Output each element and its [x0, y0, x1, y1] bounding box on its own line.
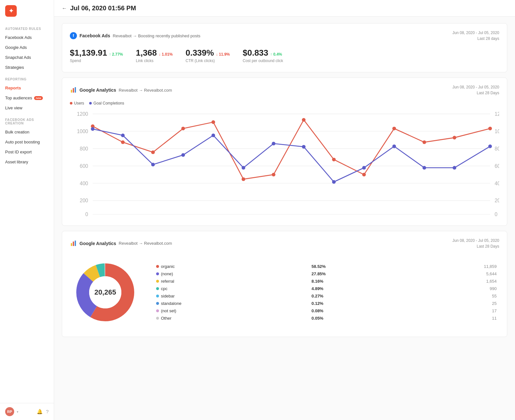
svg-rect-68 — [75, 241, 76, 246]
svg-text:0: 0 — [85, 212, 88, 217]
svg-text:800: 800 — [80, 146, 88, 151]
donut-table-row: standalone 0.12% 25 — [154, 300, 499, 307]
donut-table-row: (not set) 0.08% 17 — [154, 307, 499, 315]
svg-point-37 — [488, 127, 492, 130]
svg-text:100: 100 — [495, 129, 499, 134]
svg-point-30 — [272, 173, 275, 176]
svg-point-39 — [121, 133, 125, 137]
metrics-row: $1,139.91 ↑ 2.77% Spend 1,368 ↓ 1.01% Li… — [70, 47, 499, 66]
spend-label: Spend — [70, 59, 123, 63]
svg-text:1200: 1200 — [77, 111, 88, 117]
svg-text:Jun 13: Jun 13 — [146, 218, 160, 219]
svg-point-51 — [488, 144, 492, 148]
page-title: Jul 06, 2020 01:56 PM — [70, 5, 136, 12]
svg-point-33 — [362, 173, 366, 176]
donut-table-row: referral 8.16% 1,654 — [154, 278, 499, 285]
svg-text:Jul 3: Jul 3 — [450, 218, 459, 219]
svg-point-32 — [332, 158, 336, 161]
ga-line-card: Google Analytics Revealbot → Revealbot.c… — [62, 78, 507, 226]
svg-point-45 — [302, 145, 305, 149]
sidebar-item-google-ads[interactable]: Google Ads — [0, 42, 54, 52]
legend-users: Users — [74, 101, 84, 105]
ctr-label: CTR (Link clicks) — [185, 59, 230, 63]
donut-table-row: Other 0.05% 11 — [154, 315, 499, 322]
svg-text:Jun 23: Jun 23 — [297, 218, 311, 219]
sidebar-item-facebook-ads[interactable]: Facebook Ads — [0, 32, 54, 42]
sidebar-item-asset-library[interactable]: Asset library — [0, 157, 54, 167]
donut-section: 20,265 organic 58.52% 11,859 (none) 27.8… — [70, 254, 499, 330]
main-content: ← Jul 06, 2020 01:56 PM f Facebook Ads R… — [54, 0, 515, 420]
metric-cost-per-click: $0.833 ↑ 0.4% Cost per outbound click — [243, 48, 283, 63]
donut-total: 20,265 — [94, 288, 116, 297]
svg-point-27 — [181, 127, 185, 130]
help-icon[interactable]: ? — [46, 409, 49, 415]
svg-text:Jun 17: Jun 17 — [206, 218, 220, 219]
svg-text:0: 0 — [495, 212, 498, 217]
donut-table-row: cpc 4.89% 990 — [154, 285, 499, 292]
line-chart: 1200 1000 800 600 400 200 0 120 100 80 6… — [70, 109, 499, 219]
sidebar-item-auto-post-boosting[interactable]: Auto post boosting — [0, 137, 54, 147]
ga-icon-donut — [70, 240, 77, 247]
sidebar-item-top-audiences[interactable]: Top audiences new — [0, 93, 54, 103]
facebook-ads-card: f Facebook Ads Revealbot → Boosting rece… — [62, 23, 507, 72]
sidebar-item-live-view[interactable]: Live view — [0, 103, 54, 113]
ga-source-subtitle-line: Revealbot → Revealbot.com — [119, 88, 172, 93]
sidebar-item-snapchat-ads[interactable]: Snapchat Ads — [0, 52, 54, 62]
sidebar: ✦ Automated Rules Facebook Ads Google Ad… — [0, 0, 54, 420]
sidebar-item-reports[interactable]: Reports — [0, 83, 54, 93]
sidebar-item-post-id-export[interactable]: Post ID export — [0, 147, 54, 157]
svg-point-26 — [151, 151, 155, 154]
cost-value: $0.833 — [243, 48, 268, 58]
svg-point-46 — [332, 180, 336, 184]
section-label-reporting: Reporting — [0, 72, 54, 83]
svg-point-40 — [151, 163, 155, 166]
svg-text:80: 80 — [495, 146, 499, 151]
chevron-down-icon[interactable]: ▾ — [17, 410, 18, 414]
spend-change: ↑ 2.77% — [109, 52, 123, 57]
bell-icon[interactable]: 🔔 — [37, 409, 43, 415]
fb-source-subtitle: Revealbot → Boosting recently published … — [113, 33, 200, 38]
logo-box[interactable]: ✦ — [5, 5, 17, 17]
spend-value: $1,139.91 — [70, 48, 107, 58]
cost-change: ↑ 0.4% — [270, 52, 282, 57]
svg-text:Jul 1: Jul 1 — [419, 218, 429, 219]
metric-link-clicks: 1,368 ↓ 1.01% Link clicks — [136, 48, 173, 63]
svg-text:Jun 27: Jun 27 — [357, 218, 371, 219]
svg-text:Jun 21: Jun 21 — [267, 218, 281, 219]
user-avatar[interactable]: RP — [5, 407, 14, 416]
main-header: ← Jul 06, 2020 01:56 PM — [54, 0, 515, 17]
back-button[interactable]: ← — [62, 5, 67, 11]
link-clicks-label: Link clicks — [136, 59, 173, 63]
svg-text:60: 60 — [495, 163, 499, 169]
sidebar-item-strategies[interactable]: Strategies — [0, 62, 54, 72]
svg-text:Jun 25: Jun 25 — [327, 218, 341, 219]
fb-source-name: Facebook Ads — [80, 33, 110, 38]
svg-text:Jun 9: Jun 9 — [87, 218, 98, 219]
svg-point-50 — [453, 166, 456, 169]
donut-table-row: sidebar 0.27% 55 — [154, 292, 499, 300]
metric-spend: $1,139.91 ↑ 2.77% Spend — [70, 48, 123, 63]
svg-point-43 — [242, 166, 245, 169]
svg-point-31 — [302, 118, 305, 122]
sidebar-item-bulk-creation[interactable]: Bulk creation — [0, 127, 54, 137]
svg-text:Jun 19: Jun 19 — [237, 218, 250, 219]
cost-label: Cost per outbound click — [243, 59, 283, 63]
svg-rect-67 — [73, 242, 74, 246]
section-label-fb-creation: Facebook Ads Creation — [0, 113, 54, 127]
svg-point-36 — [453, 136, 456, 139]
svg-text:600: 600 — [80, 163, 88, 169]
svg-point-29 — [242, 177, 245, 181]
fb-date-range: Jun 08, 2020 - Jul 05, 2020 Last 28 days — [453, 30, 499, 41]
svg-point-28 — [211, 120, 215, 124]
ga-source-name-line: Google Analytics — [80, 87, 116, 93]
legend-goal-completions: Goal Completions — [93, 101, 124, 105]
facebook-icon: f — [70, 32, 77, 39]
ctr-value: 0.339% — [185, 48, 214, 58]
svg-rect-0 — [71, 90, 72, 93]
svg-point-44 — [272, 142, 275, 145]
svg-text:120: 120 — [495, 111, 499, 117]
svg-rect-66 — [71, 243, 72, 246]
ga-source-subtitle-donut: Revealbot → Revealbot.com — [119, 241, 172, 246]
link-clicks-change: ↓ 1.01% — [159, 52, 173, 57]
donut-table-row: organic 58.52% 11,859 — [154, 263, 499, 270]
